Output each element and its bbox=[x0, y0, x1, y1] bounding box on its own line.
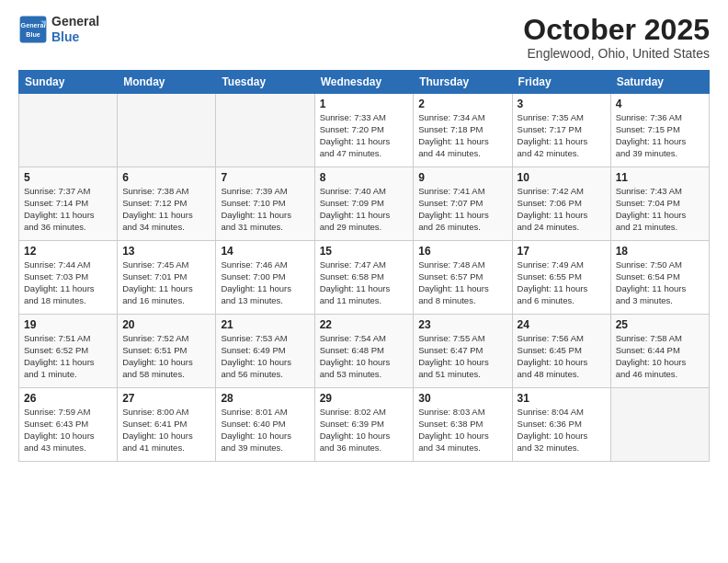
table-row: 17Sunrise: 7:49 AM Sunset: 6:55 PM Dayli… bbox=[512, 241, 610, 315]
page: General Blue General Blue October 2025 E… bbox=[0, 0, 728, 563]
day-info: Sunrise: 7:39 AM Sunset: 7:10 PM Dayligh… bbox=[221, 186, 309, 233]
day-number: 5 bbox=[24, 171, 112, 184]
table-row: 15Sunrise: 7:47 AM Sunset: 6:58 PM Dayli… bbox=[314, 241, 414, 315]
day-number: 26 bbox=[24, 392, 112, 405]
day-number: 13 bbox=[122, 245, 210, 258]
day-number: 7 bbox=[221, 171, 309, 184]
table-row bbox=[19, 94, 118, 167]
day-number: 9 bbox=[418, 171, 506, 184]
day-number: 28 bbox=[221, 392, 309, 405]
day-info: Sunrise: 7:44 AM Sunset: 7:03 PM Dayligh… bbox=[24, 259, 112, 306]
day-number: 29 bbox=[320, 392, 409, 405]
location: Englewood, Ohio, United States bbox=[523, 46, 710, 61]
day-number: 4 bbox=[616, 98, 704, 110]
day-info: Sunrise: 8:00 AM Sunset: 6:41 PM Dayligh… bbox=[122, 407, 210, 454]
day-number: 30 bbox=[418, 392, 506, 405]
day-number: 21 bbox=[221, 318, 309, 331]
table-row: 10Sunrise: 7:42 AM Sunset: 7:06 PM Dayli… bbox=[512, 167, 610, 241]
table-row: 1Sunrise: 7:33 AM Sunset: 7:20 PM Daylig… bbox=[314, 94, 414, 167]
calendar: Sunday Monday Tuesday Wednesday Thursday… bbox=[18, 70, 710, 462]
day-number: 24 bbox=[518, 318, 606, 331]
day-number: 3 bbox=[518, 98, 606, 110]
day-info: Sunrise: 8:01 AM Sunset: 6:40 PM Dayligh… bbox=[221, 407, 309, 454]
table-row: 31Sunrise: 8:04 AM Sunset: 6:36 PM Dayli… bbox=[512, 388, 610, 462]
table-row bbox=[610, 388, 709, 462]
table-row bbox=[216, 94, 314, 167]
day-info: Sunrise: 7:52 AM Sunset: 6:51 PM Dayligh… bbox=[122, 333, 210, 380]
table-row: 12Sunrise: 7:44 AM Sunset: 7:03 PM Dayli… bbox=[19, 241, 118, 315]
month-title: October 2025 bbox=[523, 14, 710, 46]
calendar-header-row: Sunday Monday Tuesday Wednesday Thursday… bbox=[19, 71, 710, 94]
day-number: 22 bbox=[320, 318, 409, 331]
table-row: 4Sunrise: 7:36 AM Sunset: 7:15 PM Daylig… bbox=[610, 94, 709, 167]
table-row: 25Sunrise: 7:58 AM Sunset: 6:44 PM Dayli… bbox=[610, 315, 709, 388]
day-number: 23 bbox=[418, 318, 506, 331]
day-info: Sunrise: 7:35 AM Sunset: 7:17 PM Dayligh… bbox=[518, 112, 606, 159]
calendar-week-row: 1Sunrise: 7:33 AM Sunset: 7:20 PM Daylig… bbox=[19, 94, 710, 167]
day-number: 25 bbox=[616, 318, 704, 331]
logo-text-blue: Blue bbox=[51, 29, 99, 45]
day-info: Sunrise: 7:47 AM Sunset: 6:58 PM Dayligh… bbox=[320, 259, 409, 306]
col-friday: Friday bbox=[512, 71, 610, 94]
calendar-week-row: 26Sunrise: 7:59 AM Sunset: 6:43 PM Dayli… bbox=[19, 388, 710, 462]
table-row: 13Sunrise: 7:45 AM Sunset: 7:01 PM Dayli… bbox=[118, 241, 216, 315]
table-row: 6Sunrise: 7:38 AM Sunset: 7:12 PM Daylig… bbox=[118, 167, 216, 241]
day-info: Sunrise: 8:02 AM Sunset: 6:39 PM Dayligh… bbox=[320, 407, 409, 454]
col-tuesday: Tuesday bbox=[216, 71, 314, 94]
table-row: 24Sunrise: 7:56 AM Sunset: 6:45 PM Dayli… bbox=[512, 315, 610, 388]
day-number: 14 bbox=[221, 245, 309, 258]
day-info: Sunrise: 7:37 AM Sunset: 7:14 PM Dayligh… bbox=[24, 186, 112, 233]
day-info: Sunrise: 7:41 AM Sunset: 7:07 PM Dayligh… bbox=[418, 186, 506, 233]
table-row: 9Sunrise: 7:41 AM Sunset: 7:07 PM Daylig… bbox=[414, 167, 512, 241]
table-row: 28Sunrise: 8:01 AM Sunset: 6:40 PM Dayli… bbox=[216, 388, 314, 462]
title-block: October 2025 Englewood, Ohio, United Sta… bbox=[523, 14, 710, 61]
day-info: Sunrise: 7:49 AM Sunset: 6:55 PM Dayligh… bbox=[518, 259, 606, 306]
day-info: Sunrise: 7:54 AM Sunset: 6:48 PM Dayligh… bbox=[320, 333, 409, 380]
calendar-week-row: 19Sunrise: 7:51 AM Sunset: 6:52 PM Dayli… bbox=[19, 315, 710, 388]
table-row bbox=[118, 94, 216, 167]
col-sunday: Sunday bbox=[19, 71, 118, 94]
col-monday: Monday bbox=[118, 71, 216, 94]
table-row: 16Sunrise: 7:48 AM Sunset: 6:57 PM Dayli… bbox=[414, 241, 512, 315]
table-row: 20Sunrise: 7:52 AM Sunset: 6:51 PM Dayli… bbox=[118, 315, 216, 388]
day-number: 18 bbox=[616, 245, 704, 258]
day-info: Sunrise: 8:03 AM Sunset: 6:38 PM Dayligh… bbox=[418, 407, 506, 454]
day-number: 1 bbox=[320, 98, 409, 110]
day-info: Sunrise: 7:58 AM Sunset: 6:44 PM Dayligh… bbox=[616, 333, 704, 380]
day-number: 10 bbox=[518, 171, 606, 184]
table-row: 27Sunrise: 8:00 AM Sunset: 6:41 PM Dayli… bbox=[118, 388, 216, 462]
day-info: Sunrise: 7:40 AM Sunset: 7:09 PM Dayligh… bbox=[320, 186, 409, 233]
table-row: 19Sunrise: 7:51 AM Sunset: 6:52 PM Dayli… bbox=[19, 315, 118, 388]
day-info: Sunrise: 7:33 AM Sunset: 7:20 PM Dayligh… bbox=[320, 112, 409, 159]
table-row: 11Sunrise: 7:43 AM Sunset: 7:04 PM Dayli… bbox=[610, 167, 709, 241]
table-row: 22Sunrise: 7:54 AM Sunset: 6:48 PM Dayli… bbox=[314, 315, 414, 388]
table-row: 30Sunrise: 8:03 AM Sunset: 6:38 PM Dayli… bbox=[414, 388, 512, 462]
table-row: 18Sunrise: 7:50 AM Sunset: 6:54 PM Dayli… bbox=[610, 241, 709, 315]
svg-text:Blue: Blue bbox=[26, 30, 40, 39]
calendar-week-row: 12Sunrise: 7:44 AM Sunset: 7:03 PM Dayli… bbox=[19, 241, 710, 315]
day-number: 8 bbox=[320, 171, 409, 184]
day-info: Sunrise: 8:04 AM Sunset: 6:36 PM Dayligh… bbox=[518, 407, 606, 454]
table-row: 8Sunrise: 7:40 AM Sunset: 7:09 PM Daylig… bbox=[314, 167, 414, 241]
col-saturday: Saturday bbox=[610, 71, 709, 94]
day-info: Sunrise: 7:36 AM Sunset: 7:15 PM Dayligh… bbox=[616, 112, 704, 159]
day-info: Sunrise: 7:56 AM Sunset: 6:45 PM Dayligh… bbox=[518, 333, 606, 380]
day-number: 19 bbox=[24, 318, 112, 331]
day-number: 12 bbox=[24, 245, 112, 258]
day-info: Sunrise: 7:55 AM Sunset: 6:47 PM Dayligh… bbox=[418, 333, 506, 380]
day-number: 16 bbox=[418, 245, 506, 258]
table-row: 3Sunrise: 7:35 AM Sunset: 7:17 PM Daylig… bbox=[512, 94, 610, 167]
logo: General Blue General Blue bbox=[18, 14, 99, 45]
day-number: 15 bbox=[320, 245, 409, 258]
day-info: Sunrise: 7:50 AM Sunset: 6:54 PM Dayligh… bbox=[616, 259, 704, 306]
col-wednesday: Wednesday bbox=[314, 71, 414, 94]
day-info: Sunrise: 7:34 AM Sunset: 7:18 PM Dayligh… bbox=[418, 112, 506, 159]
day-number: 2 bbox=[418, 98, 506, 110]
day-info: Sunrise: 7:43 AM Sunset: 7:04 PM Dayligh… bbox=[616, 186, 704, 233]
day-info: Sunrise: 7:45 AM Sunset: 7:01 PM Dayligh… bbox=[122, 259, 210, 306]
svg-text:General: General bbox=[21, 21, 46, 29]
header: General Blue General Blue October 2025 E… bbox=[18, 14, 710, 61]
day-info: Sunrise: 7:42 AM Sunset: 7:06 PM Dayligh… bbox=[518, 186, 606, 233]
day-info: Sunrise: 7:53 AM Sunset: 6:49 PM Dayligh… bbox=[221, 333, 309, 380]
table-row: 14Sunrise: 7:46 AM Sunset: 7:00 PM Dayli… bbox=[216, 241, 314, 315]
